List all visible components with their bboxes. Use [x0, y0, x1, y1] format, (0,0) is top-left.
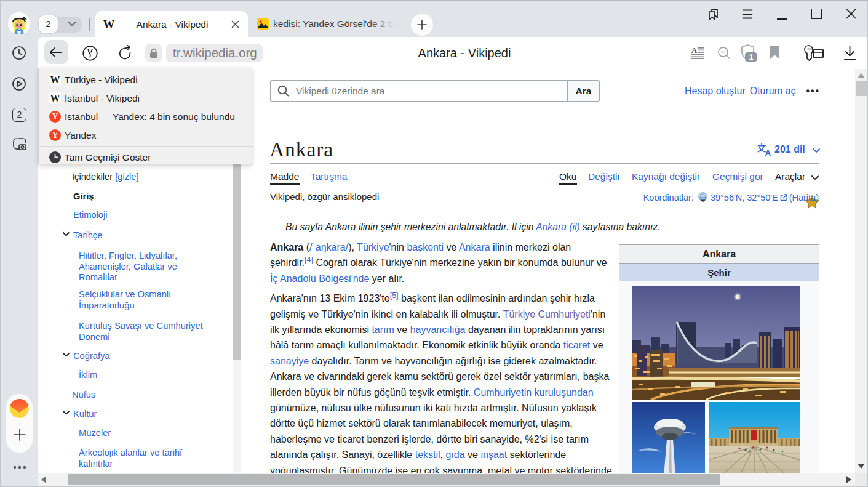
svg-text:A: A — [765, 148, 771, 156]
svg-text:1: 1 — [749, 53, 754, 62]
svg-text:A: A — [691, 47, 697, 55]
